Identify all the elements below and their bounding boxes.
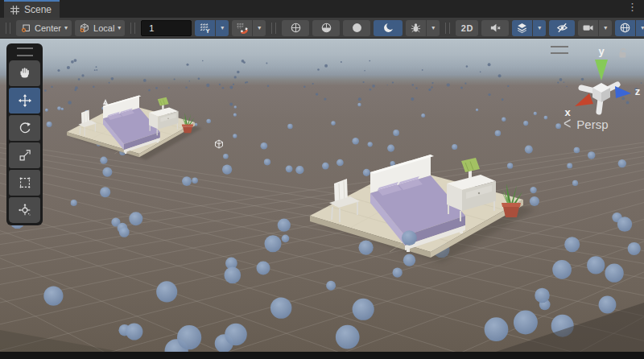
chevron-down-icon: ▾ [641, 25, 644, 31]
tools-overlay [6, 43, 43, 225]
hand-icon [18, 66, 32, 80]
axis-y-cone[interactable] [595, 60, 608, 80]
chevron-down-icon: ▾ [64, 25, 68, 31]
toolbar-drag-handle[interactable] [6, 23, 10, 34]
snap-increment-button[interactable] [232, 20, 252, 36]
grid-tab-icon [10, 6, 19, 14]
rotate-tool[interactable] [9, 115, 40, 141]
pivot-center-icon [20, 23, 31, 34]
wireframe-sphere-icon [290, 22, 302, 34]
eye-slash-icon [556, 22, 568, 34]
local-cube-icon [79, 23, 90, 34]
pivot-mode-button[interactable]: Center ▾ [16, 20, 72, 36]
tab-bar: Scene ⋮ [0, 0, 644, 18]
cube-gizmo-icon[interactable] [216, 140, 223, 148]
rect-icon [18, 175, 32, 190]
axis-x-cone[interactable] [575, 93, 593, 106]
pivot-mode-label: Center [35, 23, 61, 33]
tools-drag-handle[interactable] [17, 47, 33, 56]
unity-scene-window: Scene ⋮ Center ▾ Local ▾ [0, 0, 644, 359]
crescent-moon-icon [382, 22, 394, 34]
chevron-down-icon: ▾ [538, 25, 541, 31]
light-gizmo-icon[interactable] [103, 99, 108, 105]
layers-icon [516, 22, 528, 34]
ground-shadow-corner [0, 330, 121, 352]
chevron-left-icon: < [564, 115, 571, 134]
scene-viewport[interactable]: y x z < Persp [0, 39, 644, 352]
grid-snap-magnet-icon [236, 22, 248, 34]
sphere-field [7, 59, 642, 352]
axis-y-label: y [598, 45, 605, 57]
scene-lighting-toggle[interactable] [374, 20, 402, 36]
view-hand-tool[interactable] [9, 60, 40, 86]
chevron-down-icon: ▾ [431, 25, 435, 31]
scene-render [0, 39, 644, 352]
move-tool[interactable] [9, 88, 40, 113]
debug-mode-dropdown[interactable]: ▾ [427, 20, 440, 36]
rotation-mode-button[interactable]: Local ▾ [75, 20, 125, 36]
bedroom-model-near[interactable] [310, 155, 535, 262]
half-shaded-sphere-icon [320, 22, 332, 34]
scale-tool[interactable] [9, 142, 40, 168]
toolbar-drag-handle[interactable] [271, 23, 276, 34]
chevron-down-icon: ▾ [258, 25, 261, 31]
camera-icon [582, 22, 594, 34]
projection-label: Persp [576, 118, 608, 131]
grid-visibility-button[interactable]: Y [195, 20, 215, 36]
gizmos-dropdown[interactable]: ▾ [636, 20, 644, 36]
axis-z-cone[interactable] [615, 86, 631, 98]
bug-icon [410, 22, 422, 34]
camera-settings-dropdown[interactable]: ▾ [599, 20, 612, 36]
toolbar-drag-handle[interactable] [130, 23, 135, 34]
scene-toolbar: Center ▾ Local ▾ Y [0, 18, 644, 39]
scale-icon [18, 148, 32, 163]
rotation-mode-label: Local [93, 23, 114, 33]
gizmo-center-cube[interactable] [592, 83, 610, 102]
gizmo-sphere-icon [619, 22, 631, 34]
window-overflow-menu[interactable]: ⋮ [627, 2, 638, 12]
grid-axis-icon: Y [199, 22, 211, 34]
rect-tool[interactable] [9, 170, 40, 196]
draw-mode-shaded-wireframe-button[interactable] [312, 20, 340, 36]
bedroom-model-far[interactable] [67, 95, 202, 159]
snap-increment-dropdown[interactable]: ▾ [253, 20, 266, 36]
toolbar-drag-handle[interactable] [445, 23, 450, 34]
axis-z-label: z [635, 85, 641, 97]
audio-toggle[interactable] [481, 20, 509, 36]
grid-axis-letter: Y [206, 27, 210, 34]
orientation-gizmo: y x z [557, 43, 642, 121]
projection-toggle[interactable]: < Persp [564, 117, 609, 131]
grid-visibility-dropdown[interactable]: ▾ [216, 20, 229, 36]
debug-mode-button[interactable] [406, 20, 426, 36]
scene-visibility-toggle[interactable] [549, 20, 575, 36]
chevron-down-icon: ▾ [221, 25, 224, 31]
transform-tool[interactable] [9, 197, 40, 223]
shaded-sphere-icon [351, 22, 363, 34]
mode-2d-toggle[interactable]: 2D [456, 20, 478, 36]
transform-icon [18, 203, 32, 217]
effects-toggle[interactable] [512, 20, 532, 36]
move-icon [18, 93, 32, 108]
tab-scene-label: Scene [24, 4, 52, 15]
lock-open-icon[interactable] [617, 47, 630, 60]
status-strip [0, 352, 644, 359]
effects-dropdown[interactable]: ▾ [533, 20, 546, 36]
mode-2d-label: 2D [461, 23, 473, 33]
draw-mode-shaded-button[interactable] [343, 20, 370, 36]
gizmos-toggle[interactable] [615, 20, 635, 36]
chevron-down-icon: ▾ [118, 25, 121, 31]
rotate-icon [18, 121, 32, 135]
speaker-muted-icon [489, 22, 502, 34]
draw-mode-wireframe-button[interactable] [282, 20, 309, 36]
chevron-down-icon: ▾ [604, 25, 607, 31]
camera-settings-button[interactable] [578, 20, 598, 36]
grid-size-input[interactable] [141, 20, 192, 36]
tab-scene[interactable]: Scene [4, 0, 60, 18]
